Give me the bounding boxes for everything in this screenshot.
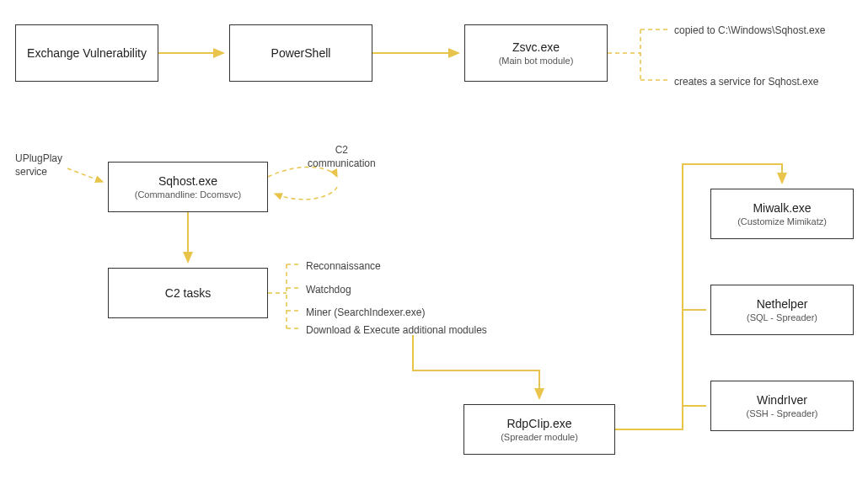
- box-powershell: PowerShell: [229, 24, 372, 82]
- annotation-watchdog: Watchdog: [306, 283, 351, 296]
- box-rdpclip: RdpCIip.exe (Spreader module): [463, 404, 615, 455]
- annotation-uplugplay: UPlugPlay service: [15, 152, 62, 179]
- box-title: Nethelper: [757, 297, 808, 311]
- box-c2tasks: C2 tasks: [108, 268, 268, 318]
- box-nethelper: Nethelper (SQL - Spreader): [710, 285, 854, 335]
- box-windriver: WindrIver (SSH - Spreader): [710, 381, 854, 431]
- box-miwalk: Miwalk.exe (Customize Mimikatz): [710, 189, 854, 239]
- box-subtitle: (Commandline: Dcomsvc): [135, 189, 242, 200]
- box-title: Sqhost.exe: [158, 174, 217, 188]
- annotation-creates-service: creates a service for Sqhost.exe: [674, 75, 818, 88]
- box-subtitle: (Main bot module): [499, 56, 574, 66]
- box-title: C2 tasks: [165, 286, 211, 300]
- svg-line-2: [67, 168, 103, 182]
- annotation-recon: Reconnaissance: [306, 259, 381, 273]
- box-title: RdpCIip.exe: [506, 417, 571, 430]
- box-title: Zsvc.exe: [512, 40, 560, 54]
- box-title: PowerShell: [271, 46, 331, 60]
- box-zsvc: Zsvc.exe (Main bot module): [464, 24, 608, 82]
- annotation-download: Download & Execute additional modules: [306, 323, 487, 337]
- box-subtitle: (Customize Mimikatz): [737, 216, 827, 227]
- box-sqhost: Sqhost.exe (Commandline: Dcomsvc): [108, 162, 268, 212]
- box-subtitle: (Spreader module): [501, 432, 578, 442]
- box-title: Miwalk.exe: [753, 201, 811, 215]
- annotation-miner: Miner (SearchIndexer.exe): [306, 306, 425, 319]
- annotation-copied: copied to C:\Windows\Sqhost.exe: [674, 24, 825, 37]
- box-exchange-vulnerability: Exchange Vulnerability: [15, 24, 158, 82]
- box-title: WindrIver: [757, 393, 807, 407]
- box-title: Exchange Vulnerability: [27, 46, 147, 60]
- box-subtitle: (SQL - Spreader): [747, 312, 817, 322]
- box-subtitle: (SSH - Spreader): [747, 408, 818, 418]
- annotation-c2comm: C2 communication: [308, 143, 376, 170]
